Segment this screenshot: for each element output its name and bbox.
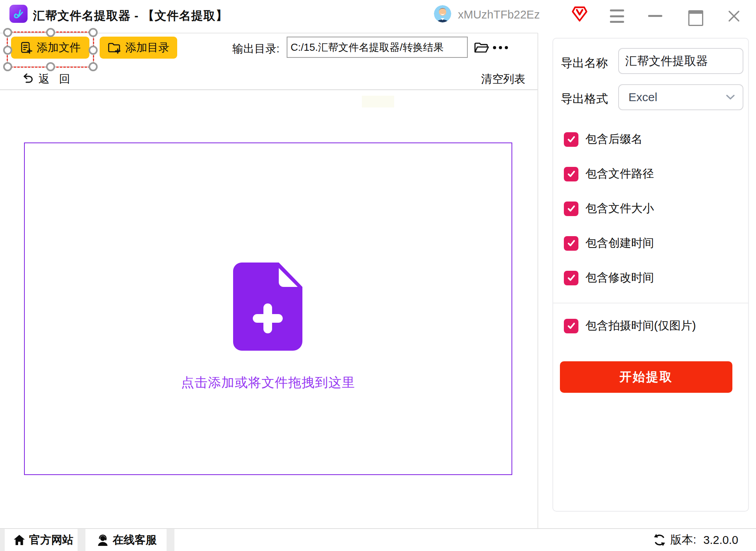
support-agent-icon bbox=[96, 534, 109, 546]
panel-divider bbox=[553, 303, 749, 303]
vip-badge-icon[interactable] bbox=[571, 5, 588, 22]
export-name-label: 导出名称 bbox=[561, 55, 608, 71]
folder-plus-icon bbox=[107, 41, 121, 54]
window-title: 汇帮文件名提取器 - 【文件名提取】 bbox=[33, 8, 228, 24]
version-info: 版本: 3.2.0.0 bbox=[174, 529, 756, 551]
close-icon[interactable] bbox=[727, 9, 741, 23]
checkbox-include-path[interactable]: 包含文件路径 bbox=[564, 166, 654, 182]
drop-zone-hint: 点击添加或将文件拖拽到这里 bbox=[24, 374, 512, 392]
checkbox-include-size[interactable]: 包含文件大小 bbox=[564, 201, 654, 216]
title-bar: 汇帮文件名提取器 - 【文件名提取】 xMUzhTFb22Ez bbox=[0, 0, 756, 33]
checkbox-checked-icon bbox=[564, 132, 578, 147]
app-window: 汇帮文件名提取器 - 【文件名提取】 xMUzhTFb22Ez bbox=[0, 0, 756, 551]
minimize-icon[interactable] bbox=[648, 15, 662, 17]
sidebar-divider bbox=[537, 33, 538, 528]
export-format-select[interactable]: Excel bbox=[618, 84, 743, 110]
more-options-icon[interactable] bbox=[493, 44, 511, 51]
official-website-link[interactable]: 官方网站 bbox=[5, 529, 78, 551]
online-support-link[interactable]: 在线客服 bbox=[85, 529, 167, 551]
version-value: 3.2.0.0 bbox=[703, 534, 738, 547]
back-button[interactable]: 返 回 bbox=[20, 72, 73, 87]
refresh-icon bbox=[653, 534, 666, 546]
export-name-input[interactable] bbox=[618, 48, 743, 74]
clear-list-button[interactable]: 清空列表 bbox=[481, 72, 525, 87]
export-format-label: 导出格式 bbox=[561, 91, 608, 107]
maximize-icon[interactable] bbox=[688, 10, 703, 26]
output-dir-label: 输出目录: bbox=[232, 41, 280, 56]
export-format-value: Excel bbox=[619, 91, 726, 104]
checkbox-checked-icon bbox=[564, 236, 578, 251]
open-folder-icon[interactable] bbox=[474, 40, 489, 55]
app-logo-icon bbox=[9, 5, 28, 23]
username-text: xMUzhTFb22Ez bbox=[458, 8, 540, 21]
add-folder-button[interactable]: 添加目录 bbox=[100, 37, 177, 59]
toolbar-divider bbox=[0, 89, 538, 90]
checkbox-checked-icon bbox=[564, 202, 578, 216]
checkbox-checked-icon bbox=[564, 319, 578, 333]
back-arrow-icon bbox=[20, 73, 34, 85]
home-icon bbox=[13, 534, 26, 546]
version-label: 版本: bbox=[670, 532, 696, 548]
file-plus-icon bbox=[20, 41, 32, 54]
watermark bbox=[362, 96, 394, 107]
user-avatar[interactable] bbox=[434, 5, 451, 22]
chevron-down-icon bbox=[726, 94, 735, 100]
checkbox-include-created-time[interactable]: 包含创建时间 bbox=[564, 235, 654, 251]
checkbox-include-modified-time[interactable]: 包含修改时间 bbox=[564, 270, 654, 286]
output-dir-input[interactable] bbox=[287, 37, 468, 58]
menu-icon[interactable] bbox=[610, 9, 625, 23]
footer-bar: 官方网站 在线客服 版本: 3.2.0.0 bbox=[0, 528, 756, 551]
checkbox-checked-icon bbox=[564, 167, 578, 181]
add-file-button[interactable]: 添加文件 bbox=[11, 37, 89, 59]
checkbox-include-shot-time[interactable]: 包含拍摄时间(仅图片) bbox=[564, 318, 696, 334]
checkbox-include-extension[interactable]: 包含后缀名 bbox=[564, 131, 643, 147]
titlebar-divider bbox=[0, 33, 538, 33]
start-extract-button[interactable]: 开始提取 bbox=[560, 361, 732, 393]
add-file-big-icon[interactable] bbox=[233, 263, 302, 351]
checkbox-checked-icon bbox=[564, 271, 578, 285]
